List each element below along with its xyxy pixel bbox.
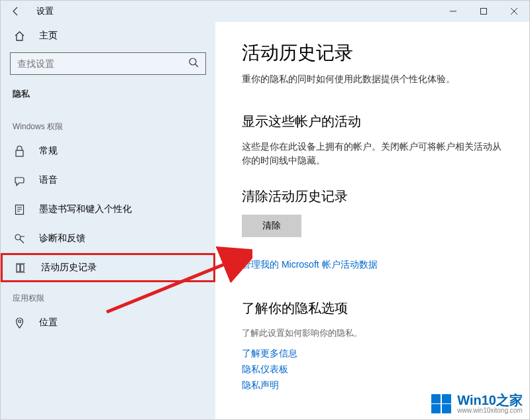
search-icon: [189, 58, 199, 70]
svg-point-4: [189, 58, 196, 65]
speech-icon: [13, 175, 26, 186]
page-subtitle: 重你的隐私的同时如何使用此数据提供个性化体验。: [242, 72, 503, 86]
back-button[interactable]: [1, 1, 31, 22]
window-controls: [438, 1, 529, 22]
sidebar-item-label: 常规: [39, 145, 58, 157]
sidebar-item-general[interactable]: 常规: [1, 136, 215, 166]
home-icon: [14, 30, 27, 42]
privacy-dashboard-link[interactable]: 隐私仪表板: [242, 362, 503, 378]
section-accounts-title: 显示这些帐户的活动: [242, 113, 503, 131]
window-title: 设置: [31, 5, 54, 17]
page-title: 活动历史记录: [242, 40, 503, 66]
maximize-icon: [480, 8, 487, 15]
content-panel: 活动历史记录 重你的隐私的同时如何使用此数据提供个性化体验。 显示这些帐户的活动…: [215, 22, 529, 419]
sidebar-section-title: 隐私: [1, 84, 215, 111]
search-field[interactable]: [17, 58, 189, 69]
svg-line-5: [195, 64, 198, 67]
section-privacy-title: 了解你的隐私选项: [242, 299, 503, 317]
sidebar-item-label: 语音: [39, 174, 58, 186]
watermark-brand: Win10之家: [457, 394, 523, 407]
home-label: 主页: [39, 30, 58, 42]
arrow-left-icon: [11, 6, 21, 17]
svg-rect-1: [481, 9, 487, 15]
titlebar: 设置: [1, 1, 529, 22]
svg-point-11: [15, 235, 21, 240]
section-clear-title: 清除活动历史记录: [242, 187, 503, 205]
sidebar-item-location[interactable]: 位置: [1, 308, 215, 337]
lock-icon: [13, 146, 26, 157]
section-accounts-desc: 这些是你在此设备上拥有的帐户。关闭帐户可将帐户相关活动从你的时间线中隐藏。: [242, 140, 503, 168]
minimize-icon: [450, 8, 456, 15]
svg-rect-6: [16, 150, 23, 156]
maximize-button[interactable]: [468, 1, 499, 22]
sidebar: 主页 隐私 Windows 权限 常规 语音 墨迹书写和键: [1, 22, 215, 419]
inking-icon: [13, 204, 26, 215]
minimize-button[interactable]: [438, 1, 468, 22]
watermark-logo: [431, 394, 452, 414]
sidebar-item-label: 位置: [39, 317, 58, 329]
search-input[interactable]: [10, 52, 206, 75]
watermark: Win10之家 www.win10xitong.com: [431, 394, 523, 414]
location-icon: [13, 317, 26, 329]
clear-button[interactable]: 清除: [242, 215, 301, 237]
home-button[interactable]: 主页: [1, 22, 215, 48]
close-icon: [511, 8, 517, 15]
sidebar-item-diagnostics[interactable]: 诊断和反馈: [1, 224, 215, 253]
sidebar-item-speech[interactable]: 语音: [1, 166, 215, 195]
section-privacy-desc: 了解此设置如何影响你的隐私。: [242, 327, 503, 340]
sidebar-subhead-apps: 应用权限: [1, 282, 215, 308]
sidebar-subhead-windows: Windows 权限: [1, 111, 215, 136]
svg-point-16: [18, 320, 21, 323]
privacy-statement-link[interactable]: 隐私声明: [242, 378, 503, 394]
sidebar-item-activity-history[interactable]: 活动历史记录: [1, 253, 215, 282]
sidebar-item-inking[interactable]: 墨迹书写和键入个性化: [1, 195, 215, 224]
sidebar-item-label: 墨迹书写和键入个性化: [39, 203, 132, 215]
svg-rect-13: [21, 264, 24, 272]
feedback-icon: [13, 233, 26, 244]
learn-more-link[interactable]: 了解更多信息: [242, 346, 503, 362]
activity-icon: [15, 263, 28, 273]
manage-account-link[interactable]: 管理我的 Microsoft 帐户活动数据: [242, 257, 503, 273]
watermark-url: www.win10xitong.com: [457, 407, 523, 414]
sidebar-item-label: 活动历史记录: [41, 262, 97, 274]
sidebar-item-label: 诊断和反馈: [39, 233, 85, 244]
svg-rect-12: [17, 264, 20, 272]
close-button[interactable]: [499, 1, 529, 22]
